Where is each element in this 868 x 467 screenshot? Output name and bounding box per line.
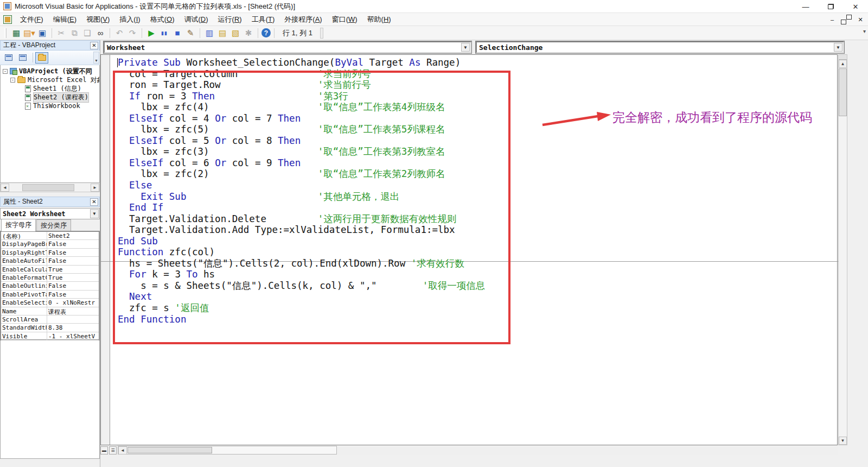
property-row[interactable]: EnableFormatCoTrue xyxy=(1,274,99,282)
vscroll-thumb[interactable] xyxy=(839,68,847,116)
find-button[interactable]: ∞ xyxy=(94,28,106,39)
project-explorer-button[interactable]: ▥ xyxy=(203,28,215,39)
run-button[interactable]: ▶ xyxy=(145,28,157,39)
toggle-folders-button[interactable] xyxy=(35,52,48,64)
menu-item-编辑E[interactable]: 编辑(E) xyxy=(48,13,81,26)
vertical-scrollbar[interactable]: ▲ ▼ xyxy=(838,54,847,445)
property-row[interactable]: EnableSelectio0 - xlNoRestr xyxy=(1,299,99,307)
child-close-button[interactable]: ✕ xyxy=(856,16,865,23)
scroll-right-icon[interactable]: ► xyxy=(91,184,99,192)
view-code-button[interactable] xyxy=(2,52,15,64)
scroll-down-icon[interactable]: ▼ xyxy=(839,437,847,445)
property-value[interactable]: False xyxy=(47,282,99,289)
menu-item-调试D[interactable]: 调试(D) xyxy=(179,13,213,26)
properties-window-button[interactable]: ▤ xyxy=(216,28,228,39)
toolbar-end-handle[interactable] xyxy=(320,28,323,39)
expand-collapse-icon[interactable]: - xyxy=(10,78,15,83)
menu-item-外接程序A[interactable]: 外接程序(A) xyxy=(279,13,327,26)
project-tree-hscrollbar[interactable]: ◄ ► xyxy=(0,183,100,192)
tree-item-thisworkbook[interactable]: ThisWorkbook xyxy=(1,102,99,110)
property-row[interactable]: EnablePivotTabFalse xyxy=(1,291,99,299)
property-value[interactable]: -1 - xlSheetV xyxy=(47,332,99,340)
view-excel-button[interactable]: ▦ xyxy=(10,28,22,39)
scroll-left-icon[interactable]: ◄ xyxy=(1,184,9,192)
menu-item-视图V[interactable]: 视图(V) xyxy=(81,13,114,26)
chevron-down-icon[interactable]: ▼ xyxy=(834,43,843,52)
child-minimize-button[interactable]: – xyxy=(828,16,837,23)
property-value[interactable]: False xyxy=(47,291,99,298)
scroll-up-icon[interactable]: ▲ xyxy=(839,60,847,68)
property-value[interactable]: False xyxy=(47,240,99,248)
object-dropdown[interactable]: Worksheet ▼ xyxy=(104,41,471,53)
restore-button[interactable] xyxy=(818,0,843,13)
expand-collapse-icon[interactable]: - xyxy=(3,69,8,74)
property-row[interactable]: EnableOutlininFalse xyxy=(1,282,99,290)
property-row[interactable]: DisplayPageBreFalse xyxy=(1,240,99,248)
code-editor[interactable]: Private Sub Worksheet_SelectionChange(By… xyxy=(100,54,838,445)
split-handle[interactable] xyxy=(839,55,847,60)
property-row[interactable]: EnableCalculatTrue xyxy=(1,266,99,274)
view-object-button[interactable] xyxy=(16,52,29,64)
chevron-down-icon[interactable]: ▼ xyxy=(461,43,470,52)
help-button[interactable]: ? xyxy=(261,28,271,37)
close-button[interactable]: ✕ xyxy=(843,0,868,13)
property-value[interactable]: Sheet2 xyxy=(47,232,99,239)
procedure-view-button[interactable]: ▬ xyxy=(100,446,108,455)
paste-button[interactable]: ❑ xyxy=(81,28,93,39)
object-browser-button[interactable]: ▧ xyxy=(229,28,241,39)
property-value[interactable]: False xyxy=(47,249,99,256)
insert-userform-button[interactable]: ▤▾ xyxy=(23,28,35,39)
project-hscroll-thumb[interactable] xyxy=(22,184,74,191)
break-button[interactable]: ▮▮ xyxy=(158,28,170,39)
property-row[interactable]: DisplayRightToFalse xyxy=(1,249,99,257)
menu-item-格式O[interactable]: 格式(O) xyxy=(145,13,180,26)
property-row[interactable]: StandardWidth8.38 xyxy=(1,324,99,332)
toolbar-overflow-button[interactable]: ▾ xyxy=(863,28,866,34)
design-mode-button[interactable]: ✎ xyxy=(184,28,196,39)
properties-panel-close-icon[interactable]: ✕ xyxy=(90,198,98,206)
toolbox-button[interactable]: ✱ xyxy=(242,28,254,39)
procedure-dropdown[interactable]: SelectionChange ▼ xyxy=(476,41,844,53)
property-value[interactable] xyxy=(47,315,99,323)
copy-button[interactable]: ⧉ xyxy=(68,28,80,39)
tree-item-microsoft-excel-对象[interactable]: -Microsoft Excel 对象 xyxy=(1,75,99,84)
chevron-down-icon[interactable]: ▼ xyxy=(90,209,99,218)
child-window-icon[interactable] xyxy=(3,15,12,24)
project-panel-close-icon[interactable]: ✕ xyxy=(90,42,98,49)
menu-item-插入I[interactable]: 插入(I) xyxy=(114,13,145,26)
code-margin-bar[interactable] xyxy=(101,55,110,445)
property-row[interactable]: Name课程表 xyxy=(1,307,99,315)
menu-item-文件F[interactable]: 文件(F) xyxy=(15,13,48,26)
menu-item-窗口W[interactable]: 窗口(W) xyxy=(327,13,362,26)
menu-item-帮助H[interactable]: 帮助(H) xyxy=(362,13,396,26)
cut-button[interactable]: ✂ xyxy=(55,28,67,39)
tree-item-sheet2-(课程表)[interactable]: Sheet2 (课程表) xyxy=(1,93,99,102)
property-value[interactable]: True xyxy=(47,266,99,273)
property-value[interactable]: True xyxy=(47,274,99,281)
reset-button[interactable]: ■ xyxy=(171,28,183,39)
code-text[interactable]: Private Sub Worksheet_SelectionChange(By… xyxy=(118,57,485,325)
project-toolbar-overflow[interactable]: ▾ xyxy=(93,52,99,64)
tree-item-vbaproject-(设置不同[interactable]: -VBAProject (设置不同 xyxy=(1,67,99,75)
minimize-button[interactable]: — xyxy=(793,0,818,13)
redo-button[interactable]: ↷ xyxy=(126,28,138,39)
property-row[interactable]: Visible-1 - xlSheetV xyxy=(1,332,99,340)
menu-item-运行R[interactable]: 运行(R) xyxy=(213,13,247,26)
scroll-left-icon[interactable]: ◄ xyxy=(118,446,127,455)
tab-categorized[interactable]: 按分类序 xyxy=(36,219,71,231)
property-value[interactable]: 课程表 xyxy=(47,307,99,315)
hscroll-thumb[interactable] xyxy=(127,447,212,453)
full-module-view-button[interactable]: ☰ xyxy=(109,446,117,455)
property-value[interactable]: False xyxy=(47,257,99,264)
property-row[interactable]: EnableAutoFiltFalse xyxy=(1,257,99,265)
properties-object-selector[interactable]: Sheet2 Worksheet ▼ xyxy=(0,208,100,219)
property-row[interactable]: ScrollArea xyxy=(1,315,99,324)
menu-item-工具T[interactable]: 工具(T) xyxy=(247,13,280,26)
save-button[interactable]: ▣ xyxy=(36,28,48,39)
toolbar-grip[interactable] xyxy=(4,28,7,38)
undo-button[interactable]: ↶ xyxy=(113,28,125,39)
tab-alphabetic[interactable]: 按字母序 xyxy=(1,219,36,231)
property-value[interactable]: 0 - xlNoRestr xyxy=(47,299,99,306)
horizontal-scrollbar[interactable]: ◄ xyxy=(118,446,337,455)
property-row[interactable]: (名称)Sheet2 xyxy=(1,232,99,240)
